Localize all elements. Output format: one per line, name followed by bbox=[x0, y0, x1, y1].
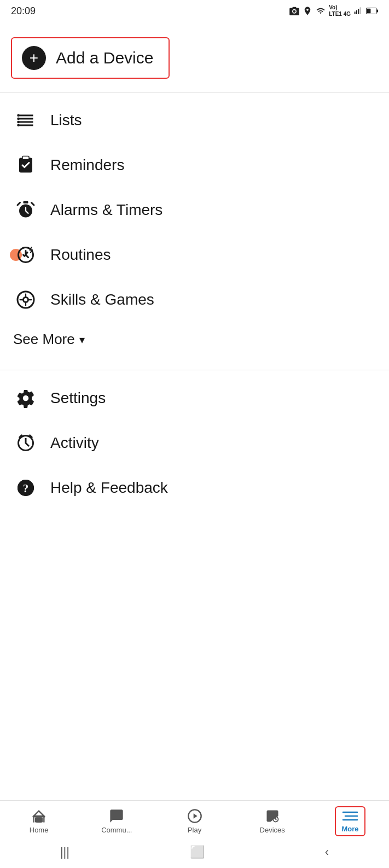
home-nav-icon bbox=[30, 808, 48, 824]
svg-point-0 bbox=[293, 10, 296, 13]
svg-rect-7 bbox=[367, 9, 371, 13]
wifi-icon bbox=[315, 7, 326, 15]
skills-label: Skills & Games bbox=[50, 291, 154, 308]
svg-point-14 bbox=[17, 121, 20, 124]
divider-top bbox=[0, 92, 389, 92]
help-icon: ? bbox=[13, 475, 38, 500]
svg-point-12 bbox=[17, 114, 20, 117]
svg-rect-17 bbox=[22, 156, 29, 160]
svg-rect-4 bbox=[360, 7, 361, 14]
battery-icon bbox=[366, 7, 378, 15]
svg-rect-34 bbox=[36, 817, 41, 822]
nav-tab-home[interactable]: Home bbox=[0, 808, 78, 834]
svg-text:?: ? bbox=[23, 482, 29, 495]
reminders-icon bbox=[13, 153, 38, 178]
lists-icon bbox=[13, 108, 38, 133]
devices-nav-icon bbox=[264, 808, 281, 824]
status-time: 20:09 bbox=[11, 5, 36, 17]
svg-rect-2 bbox=[356, 10, 357, 14]
help-label: Help & Feedback bbox=[50, 479, 168, 497]
more-tab-highlight: More bbox=[335, 806, 365, 836]
skills-icon bbox=[13, 287, 38, 312]
add-device-label: Add a Device bbox=[56, 49, 153, 67]
svg-rect-19 bbox=[24, 201, 28, 204]
svg-marker-36 bbox=[193, 813, 197, 818]
settings-label: Settings bbox=[50, 389, 106, 407]
menu-item-routines[interactable]: Routines bbox=[0, 232, 389, 277]
svg-rect-3 bbox=[358, 9, 359, 14]
settings-menu: Settings Activity ? Help & Feedback bbox=[0, 376, 389, 510]
svg-rect-1 bbox=[355, 11, 356, 14]
svg-point-15 bbox=[17, 124, 20, 127]
activity-label: Activity bbox=[50, 434, 99, 452]
home-nav-label: Home bbox=[30, 826, 49, 834]
svg-rect-6 bbox=[376, 9, 378, 12]
gear-icon bbox=[13, 386, 38, 411]
android-home-btn: ⬜ bbox=[190, 845, 205, 859]
android-recent-btn: ‹ bbox=[325, 845, 329, 859]
plus-icon: + bbox=[30, 50, 38, 66]
menu-item-settings[interactable]: Settings bbox=[0, 376, 389, 421]
status-icons: Vo)LTE1 4G bbox=[289, 4, 378, 18]
nav-tab-play[interactable]: Play bbox=[155, 808, 233, 834]
lists-label: Lists bbox=[50, 112, 82, 129]
menu-item-lists[interactable]: Lists bbox=[0, 98, 389, 143]
menu-item-activity[interactable]: Activity bbox=[0, 421, 389, 465]
devices-nav-label: Devices bbox=[260, 826, 285, 834]
signal-icon bbox=[353, 7, 363, 15]
routines-icon bbox=[13, 242, 38, 267]
communicate-nav-icon bbox=[108, 808, 125, 824]
divider-middle bbox=[0, 370, 389, 370]
alarms-label: Alarms & Timers bbox=[50, 201, 162, 219]
nav-tab-more[interactable]: More bbox=[311, 806, 389, 836]
menu-item-help[interactable]: ? Help & Feedback bbox=[0, 465, 389, 510]
nav-tab-devices[interactable]: Devices bbox=[234, 808, 311, 834]
camera-icon bbox=[289, 7, 300, 15]
see-more-label: See More bbox=[13, 331, 75, 348]
routines-label: Routines bbox=[50, 246, 111, 264]
communicate-nav-label: Commu... bbox=[101, 826, 132, 834]
main-menu: Lists Reminders Alarms & Timers bbox=[0, 98, 389, 322]
bottom-nav: Home Commu... Play bbox=[0, 800, 389, 868]
svg-point-23 bbox=[24, 298, 27, 301]
svg-point-13 bbox=[17, 118, 20, 120]
nav-tabs: Home Commu... Play bbox=[0, 801, 389, 840]
alarms-icon bbox=[13, 197, 38, 223]
status-bar: 20:09 Vo)LTE1 4G bbox=[0, 0, 389, 21]
more-nav-label: More bbox=[341, 825, 358, 833]
android-back-btn: ||| bbox=[60, 845, 69, 859]
play-nav-icon bbox=[186, 808, 204, 824]
menu-item-reminders[interactable]: Reminders bbox=[0, 143, 389, 188]
network-type-icon: Vo)LTE1 4G bbox=[329, 4, 351, 18]
add-device-icon: + bbox=[22, 46, 46, 70]
chevron-down-icon: ▾ bbox=[79, 333, 85, 346]
android-nav: ||| ⬜ ‹ bbox=[0, 840, 389, 868]
menu-item-skills[interactable]: Skills & Games bbox=[0, 277, 389, 322]
nav-tab-communicate[interactable]: Commu... bbox=[78, 808, 155, 834]
reminders-label: Reminders bbox=[50, 156, 124, 174]
more-nav-icon bbox=[341, 809, 359, 823]
add-device-button[interactable]: + Add a Device bbox=[11, 37, 170, 79]
play-nav-label: Play bbox=[188, 826, 201, 834]
see-more-button[interactable]: See More ▾ bbox=[0, 322, 389, 357]
alarm-status-icon bbox=[303, 6, 312, 16]
activity-icon bbox=[13, 430, 38, 456]
menu-item-alarms[interactable]: Alarms & Timers bbox=[0, 188, 389, 232]
